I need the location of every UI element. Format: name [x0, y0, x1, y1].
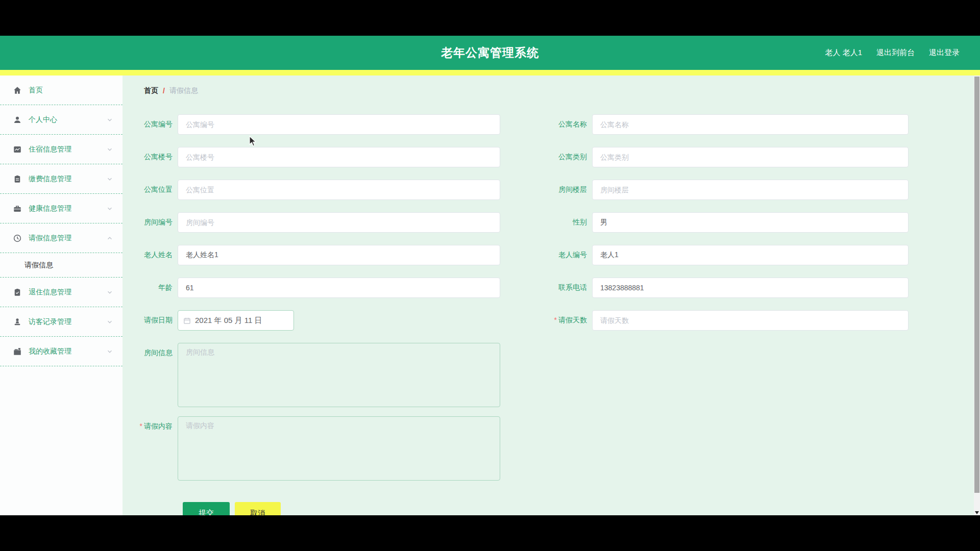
field-label: 老人编号 — [536, 251, 592, 260]
scrollbar-thumb[interactable] — [974, 77, 979, 493]
sidebar-item-visitor-records[interactable]: 访客记录管理 — [0, 307, 122, 337]
field-label: *请假天数 — [536, 316, 592, 325]
vertical-scrollbar[interactable] — [974, 76, 980, 515]
exit-to-front-link[interactable]: 退出到前台 — [876, 48, 915, 58]
collection-icon — [13, 347, 22, 356]
field-label: 房间编号 — [133, 218, 178, 227]
sidebar: 首页 个人中心 住宿信息管理 缴费信息管理 — [0, 76, 122, 515]
chevron-up-icon — [106, 235, 113, 242]
field-label: 公寓类别 — [536, 153, 592, 162]
scrollbar-down-arrow[interactable] — [975, 511, 979, 514]
apartment-name-input[interactable] — [592, 114, 909, 135]
submit-button[interactable]: 提交 — [183, 502, 230, 515]
building-number-input[interactable] — [178, 147, 500, 167]
field-label: 公寓名称 — [536, 120, 592, 129]
field-label: 联系电话 — [536, 283, 592, 292]
sidebar-item-home[interactable]: 首页 — [0, 76, 122, 105]
visitor-icon — [13, 317, 22, 327]
leave-content-textarea[interactable] — [178, 416, 500, 481]
sidebar-item-label: 访客记录管理 — [29, 317, 106, 327]
apartment-category-input[interactable] — [592, 147, 909, 167]
elder-name-input[interactable] — [178, 245, 500, 265]
leave-date-picker[interactable]: 2021 年 05 月 11 日 — [178, 310, 294, 331]
breadcrumb-separator: / — [163, 87, 165, 95]
breadcrumb-home[interactable]: 首页 — [144, 86, 158, 95]
field-label: 房间楼层 — [536, 185, 592, 194]
cancel-button[interactable]: 取消 — [235, 502, 281, 515]
sidebar-item-health-info[interactable]: 健康信息管理 — [0, 194, 122, 223]
sidebar-item-label: 退住信息管理 — [29, 288, 106, 297]
current-user-label: 老人 老人1 — [825, 48, 862, 58]
app-header: 老年公寓管理系统 老人 老人1 退出到前台 退出登录 — [0, 36, 980, 70]
chevron-down-icon — [106, 318, 113, 325]
field-label: *请假内容 — [133, 422, 178, 431]
chart-icon — [13, 145, 22, 154]
sidebar-item-label: 健康信息管理 — [29, 204, 106, 213]
main-content: 首页 / 请假信息 公寓编号 公寓楼号 公寓位置 房 — [122, 76, 974, 515]
required-marker: * — [140, 422, 142, 430]
age-input[interactable] — [178, 278, 500, 298]
logout-link[interactable]: 退出登录 — [929, 48, 960, 58]
calendar-icon — [183, 317, 191, 324]
briefcase-icon — [13, 204, 22, 213]
required-marker: * — [554, 316, 557, 324]
sidebar-item-label: 住宿信息管理 — [29, 145, 106, 154]
sidebar-item-label: 请假信息管理 — [29, 234, 106, 243]
room-number-input[interactable] — [178, 212, 500, 233]
field-label: 性别 — [536, 218, 592, 227]
field-label: 房间信息 — [133, 348, 178, 358]
leave-date-value: 2021 年 05 月 11 日 — [195, 316, 262, 325]
apartment-location-input[interactable] — [178, 180, 500, 200]
contact-phone-input[interactable] — [592, 278, 909, 298]
sidebar-item-payment-info[interactable]: 缴费信息管理 — [0, 164, 122, 194]
chevron-down-icon — [106, 176, 113, 183]
header-links: 老人 老人1 退出到前台 退出登录 — [825, 48, 960, 58]
field-label: 公寓编号 — [133, 120, 178, 129]
chevron-down-icon — [106, 348, 113, 355]
leave-days-input[interactable] — [592, 310, 909, 331]
field-label: 请假日期 — [133, 316, 178, 325]
sidebar-item-my-favorites[interactable]: 我的收藏管理 — [0, 337, 122, 366]
chevron-down-icon — [106, 205, 113, 212]
breadcrumb: 首页 / 请假信息 — [144, 86, 974, 96]
field-label: 老人姓名 — [133, 251, 178, 260]
field-label: 年龄 — [133, 283, 178, 292]
sidebar-item-leave-info-group[interactable]: 请假信息管理 — [0, 223, 122, 253]
clipboard-icon — [13, 174, 22, 184]
sidebar-item-label: 我的收藏管理 — [29, 347, 106, 356]
clipboard-check-icon — [13, 288, 22, 297]
chevron-down-icon — [106, 146, 113, 153]
leave-info-form: 公寓编号 公寓楼号 公寓位置 房间编号 老人姓名 — [133, 114, 974, 515]
user-icon — [13, 115, 22, 124]
sidebar-item-lodging-info[interactable]: 住宿信息管理 — [0, 135, 122, 164]
clock-icon — [13, 234, 22, 243]
field-label: 公寓楼号 — [133, 153, 178, 162]
chevron-down-icon — [106, 116, 113, 123]
field-label: 公寓位置 — [133, 185, 178, 194]
sidebar-item-label: 个人中心 — [29, 115, 106, 124]
apartment-number-input[interactable] — [178, 114, 500, 135]
letterbox-bottom — [0, 515, 980, 551]
breadcrumb-current: 请假信息 — [169, 86, 198, 95]
chevron-down-icon — [106, 289, 113, 296]
sidebar-subitem-leave-info[interactable]: 请假信息 — [0, 253, 122, 278]
sidebar-item-moveout-info[interactable]: 退住信息管理 — [0, 278, 122, 307]
letterbox-top — [0, 0, 980, 36]
sidebar-item-personal-center[interactable]: 个人中心 — [0, 105, 122, 135]
gender-input[interactable] — [592, 212, 909, 233]
sidebar-item-label: 首页 — [29, 86, 113, 95]
home-icon — [13, 86, 22, 95]
sidebar-item-label: 缴费信息管理 — [29, 174, 106, 184]
header-accent-line — [0, 70, 980, 76]
room-floor-input[interactable] — [592, 180, 909, 200]
room-info-textarea[interactable] — [178, 343, 500, 407]
elder-id-input[interactable] — [592, 245, 909, 265]
